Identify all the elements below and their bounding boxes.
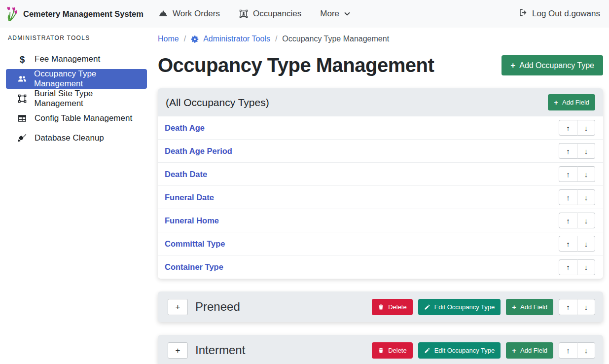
app-brand[interactable]: Cemetery Management System [6,6,143,22]
nav-work-orders[interactable]: Work Orders [158,9,220,19]
edit-occupancy-type-label: Edit Occupancy Type [434,303,495,311]
move-down-button[interactable]: ↓ [577,299,595,315]
delete-button[interactable]: Delete [372,299,413,315]
breadcrumb-home-link[interactable]: Home [158,35,179,43]
field-row: Death Age ↑ ↓ [158,116,603,140]
breadcrumb: Home / Administrator Tools / Occupancy T… [158,35,603,43]
add-field-button[interactable]: + Add Field [548,94,595,110]
move-up-button[interactable]: ↑ [559,120,577,136]
add-field-button[interactable]: + Add Field [506,342,553,359]
table-icon [17,113,28,123]
delete-label: Delete [388,347,407,354]
field-link[interactable]: Committal Type [165,239,225,249]
move-up-button[interactable]: ↑ [559,342,577,359]
sidebar-item-label: Burial Site Type Management [35,89,142,109]
nav-work-orders-label: Work Orders [173,9,220,19]
chevron-down-icon [344,10,351,17]
arrow-up-icon: ↑ [566,263,570,271]
sidebar-item-burial-site-type-management[interactable]: Burial Site Type Management [6,89,147,109]
breadcrumb-admin-tools-link[interactable]: Administrator Tools [191,35,270,43]
field-row: Container Type ↑ ↓ [158,255,603,279]
edit-occupancy-type-label: Edit Occupancy Type [434,347,495,354]
logout-button[interactable]: Log Out d.gowans [518,8,600,20]
title-row: Occupancy Type Management + Add Occupanc… [158,54,603,76]
nav-occupancies[interactable]: Occupancies [239,9,301,19]
move-up-button[interactable]: ↑ [559,259,577,275]
sidebar-item-label: Occupancy Type Management [34,69,142,89]
edit-occupancy-type-button[interactable]: Edit Occupancy Type [418,342,501,359]
sidebar-item-database-cleanup[interactable]: Database Cleanup [6,128,147,148]
edit-occupancy-type-button[interactable]: Edit Occupancy Type [418,299,501,315]
arrow-up-icon: ↑ [566,193,570,202]
tulip-logo-icon [6,6,18,22]
nav-occupancies-label: Occupancies [253,9,301,19]
type-section-preneed: + Preneed Delete Edit Occupancy Type + [158,291,603,322]
logout-label: Log Out d.gowans [532,9,600,19]
add-field-button[interactable]: + Add Field [506,299,553,315]
move-down-button[interactable]: ↓ [577,143,595,159]
reorder-buttons: ↑ ↓ [559,143,595,159]
arrow-up-icon: ↑ [566,170,570,179]
add-occupancy-type-button[interactable]: + Add Occupancy Type [502,55,603,75]
field-link[interactable]: Funeral Date [165,193,214,202]
sidebar-item-config-table-management[interactable]: Config Table Management [6,109,147,128]
field-list: Death Age ↑ ↓ Death Age Period ↑ ↓ Death… [158,116,603,279]
pencil-icon [424,347,430,354]
field-row: Death Age Period ↑ ↓ [158,140,603,163]
trash-icon [378,304,384,310]
move-down-button[interactable]: ↓ [577,259,595,275]
add-occupancy-type-label: Add Occupancy Type [519,61,594,70]
move-down-button[interactable]: ↓ [577,189,595,205]
sidebar-item-label: Database Cleanup [35,133,104,143]
reorder-buttons: ↑ ↓ [559,120,595,136]
expand-button[interactable]: + [168,299,188,315]
section-actions: Delete Edit Occupancy Type + Add Field ↑… [372,299,595,315]
field-link[interactable]: Death Age Period [165,146,232,156]
sidebar-item-occupancy-type-management[interactable]: Occupancy Type Management [6,69,147,89]
move-down-button[interactable]: ↓ [577,166,595,182]
breadcrumb-admin-tools-label: Administrator Tools [203,35,270,43]
field-link[interactable]: Death Date [165,170,207,179]
move-down-button[interactable]: ↓ [577,236,595,252]
main-content: Home / Administrator Tools / Occupancy T… [153,28,609,364]
arrow-down-icon: ↓ [584,240,588,248]
section-title: Preneed [195,300,240,314]
arrow-down-icon: ↓ [584,147,588,155]
field-link[interactable]: Death Age [165,123,205,133]
move-up-button[interactable]: ↑ [559,166,577,182]
reorder-buttons: ↑ ↓ [559,299,595,315]
top-navbar: Cemetery Management System Work Orders [0,0,609,28]
move-up-button[interactable]: ↑ [559,213,577,228]
move-up-button[interactable]: ↑ [559,189,577,205]
move-down-button[interactable]: ↓ [577,213,595,228]
type-section-interment: + Interment Delete Edit Occupancy Type + [158,335,603,364]
sidebar-item-fee-management[interactable]: $ Fee Management [6,49,147,69]
expand-button[interactable]: + [168,342,188,359]
move-down-button[interactable]: ↓ [577,342,595,359]
reorder-buttons: ↑ ↓ [559,189,595,205]
sign-out-icon [518,8,528,20]
reorder-buttons: ↑ ↓ [559,213,595,228]
section-title: Interment [195,343,245,357]
reorder-buttons: ↑ ↓ [559,166,595,182]
app-title: Cemetery Management System [23,9,143,19]
move-down-button[interactable]: ↓ [577,120,595,136]
occupancy-frame-icon [239,9,249,19]
card-header: (All Occupancy Types) + Add Field [158,88,603,116]
broom-icon [17,133,28,143]
breadcrumb-separator: / [275,35,277,43]
delete-button[interactable]: Delete [372,342,413,359]
breadcrumb-current: Occupancy Type Management [282,35,389,43]
sidebar: ADMINISTRATOR TOOLS $ Fee Management Occ… [0,28,153,364]
field-link[interactable]: Container Type [165,262,223,272]
move-up-button[interactable]: ↑ [559,299,577,315]
arrow-down-icon: ↓ [584,217,588,225]
move-up-button[interactable]: ↑ [559,143,577,159]
nav-more[interactable]: More [320,9,351,19]
field-link[interactable]: Funeral Home [165,216,219,225]
sidebar-item-label: Config Table Management [35,113,132,123]
move-up-button[interactable]: ↑ [559,236,577,252]
add-field-label: Add Field [520,303,547,311]
field-row: Death Date ↑ ↓ [158,163,603,186]
reorder-buttons: ↑ ↓ [559,236,595,252]
